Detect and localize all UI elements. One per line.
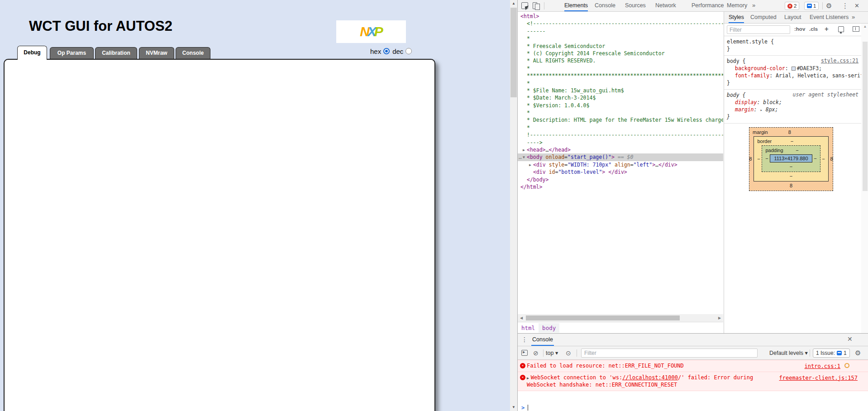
tree-row[interactable]: * (c) Copyright 2014 Freescale Semicondu… xyxy=(518,50,723,57)
tree-row[interactable]: * xyxy=(518,80,723,87)
sidebar-tab-event-listeners[interactable]: Event Listeners xyxy=(810,12,849,23)
issue-hint-icon[interactable] xyxy=(844,363,849,368)
tab-op-params[interactable]: Op Params xyxy=(50,47,94,59)
stylesheet-source-link[interactable]: style.css:21 xyxy=(821,57,858,64)
computed-sidebar-toggle-icon[interactable] xyxy=(853,26,859,32)
devtools-tab-network[interactable]: Network xyxy=(655,0,676,11)
console-settings-gear-icon[interactable]: ⚙ xyxy=(855,348,861,358)
sidebar-tab-layout[interactable]: Layout xyxy=(784,12,801,23)
devtools-tab-memory[interactable]: Memory xyxy=(727,0,747,11)
class-toggle-button[interactable]: .cls xyxy=(809,26,818,32)
tree-row[interactable]: <div id="bottom-level"> </div> xyxy=(518,168,723,176)
tree-row[interactable]: * xyxy=(518,65,723,72)
expand-triangle-icon[interactable]: ▶ xyxy=(527,376,529,380)
breadcrumb-html[interactable]: html xyxy=(518,323,539,333)
tree-row[interactable]: * xyxy=(518,124,723,131)
tree-row[interactable]: ▶<div style="WIDTH: 710px" align="left">… xyxy=(518,161,723,168)
more-options-icon[interactable]: ⋮ xyxy=(842,0,849,11)
box-model-padding[interactable]: padding− − 1113×4179.880 − − xyxy=(762,145,820,172)
tree-row[interactable]: * $Date: March-3-2014$ xyxy=(518,94,723,101)
tree-row[interactable]: <html> xyxy=(518,13,723,20)
h-scrollbar-thumb[interactable] xyxy=(526,315,680,320)
console-drawer-tab[interactable]: Console xyxy=(531,334,554,346)
box-model-diagram[interactable]: margin8 8 border− − padding− − 1113×4179… xyxy=(749,127,833,191)
console-prompt[interactable]: > xyxy=(518,402,868,411)
tab-console[interactable]: Console xyxy=(176,47,210,59)
box-model-content[interactable]: 1113×4179.880 xyxy=(770,154,812,162)
radio-label-hex: hex xyxy=(370,48,381,55)
tree-row[interactable]: * xyxy=(518,109,723,116)
tree-row[interactable]: !---------------------------------------… xyxy=(518,131,723,139)
close-devtools-icon[interactable]: ✕ xyxy=(854,0,859,11)
source-location-link[interactable]: intro.css:1 xyxy=(805,363,840,369)
tree-row[interactable]: ----> xyxy=(518,139,723,146)
scroll-down-icon[interactable]: ▼ xyxy=(510,404,517,411)
settings-gear-icon[interactable]: ⚙ xyxy=(826,0,832,11)
tab-calibration[interactable]: Calibration xyxy=(95,47,137,59)
issues-counter-button[interactable]: 1 Issue:1 xyxy=(813,349,850,358)
scroll-up-icon[interactable]: ▲ xyxy=(510,0,517,7)
page-scrollbar[interactable]: ▲ ▼ xyxy=(510,0,517,411)
execution-context-selector[interactable]: top ▾ xyxy=(546,346,558,360)
box-model-border[interactable]: border− − padding− − 1113×4179.880 − − xyxy=(754,136,828,182)
radio-button-hex[interactable] xyxy=(383,48,390,54)
styles-scrollbar-thumb[interactable] xyxy=(863,42,868,191)
scroll-left-icon[interactable]: ◀ xyxy=(518,314,525,322)
tree-row[interactable]: …▼<body onload="start_page()"> == $0 xyxy=(518,153,723,161)
tree-row[interactable]: * Freescale Semiconductor xyxy=(518,43,723,50)
scroll-up-icon[interactable]: ▲ xyxy=(861,24,868,29)
elements-horizontal-scrollbar[interactable]: ◀ ▶ xyxy=(518,314,723,322)
sidebar-tab-computed[interactable]: Computed xyxy=(750,12,777,23)
breadcrumb-body[interactable]: body xyxy=(539,323,559,333)
styles-scrollbar[interactable]: ▲ xyxy=(861,24,868,333)
page-scrollbar-thumb[interactable] xyxy=(510,8,517,97)
devtools-tab-elements[interactable]: Elements xyxy=(564,0,588,11)
live-expression-eye-icon[interactable]: ⊙ xyxy=(566,348,571,358)
tree-row[interactable]: * ALL RIGHTS RESERVED. xyxy=(518,57,723,64)
device-toolbar-icon[interactable] xyxy=(533,2,537,9)
issue-count-badge[interactable]: 1 xyxy=(804,2,819,10)
tree-row[interactable]: </body> xyxy=(518,176,723,183)
tree-row[interactable]: * Description: HTML page for the FreeMas… xyxy=(518,116,723,124)
tree-row[interactable]: ------ xyxy=(518,28,723,35)
user-agent-style-rule[interactable]: user agent stylesheet body { display: bl… xyxy=(724,90,861,124)
sidebar-tab-styles[interactable]: Styles xyxy=(729,12,744,23)
console-sidebar-toggle-icon[interactable] xyxy=(521,350,528,356)
inspect-element-icon[interactable] xyxy=(521,2,528,9)
tree-row[interactable]: ****************************************… xyxy=(518,72,723,79)
expand-shorthand-icon[interactable]: ▸ xyxy=(760,108,762,112)
disclosure-triangle[interactable]: ▶ xyxy=(527,162,533,168)
rendering-emulation-icon[interactable] xyxy=(838,26,844,32)
drawer-menu-icon[interactable]: ⋮ xyxy=(521,336,528,343)
radio-button-dec[interactable] xyxy=(405,48,412,54)
tree-row[interactable]: * $Version: 1.0.4.0$ xyxy=(518,102,723,109)
more-tabs-icon[interactable]: » xyxy=(752,0,755,11)
close-drawer-icon[interactable]: ✕ xyxy=(847,335,853,343)
element-style-rule[interactable]: element.style { } xyxy=(724,36,861,56)
tree-row[interactable]: * $File Name: 15w_auto_gui.htm$ xyxy=(518,87,723,94)
error-count-badge[interactable]: ✕2 xyxy=(785,2,799,10)
color-swatch[interactable] xyxy=(792,67,796,71)
tree-row[interactable]: * xyxy=(518,35,723,42)
box-model-margin[interactable]: margin8 8 border− − padding− − 1113×4179… xyxy=(749,127,833,191)
devtools-tab-sources[interactable]: Sources xyxy=(625,0,646,11)
console-link[interactable]: //localhost:41000 xyxy=(622,374,678,381)
sidebar-more-tabs-icon[interactable]: » xyxy=(852,12,855,23)
devtools-tab-performance[interactable]: Performance xyxy=(692,0,724,11)
log-levels-selector[interactable]: Default levels ▾ xyxy=(769,346,808,360)
tab-nvmraw[interactable]: NVMraw xyxy=(139,47,174,59)
source-location-link[interactable]: freemaster-client.js:157 xyxy=(779,375,858,381)
tree-row[interactable]: </html> xyxy=(518,183,723,191)
tree-row[interactable]: <!--------------------------------------… xyxy=(518,20,723,27)
tree-row[interactable]: ▶<head>…</head> xyxy=(518,146,723,153)
hover-state-button[interactable]: :hov xyxy=(794,26,805,32)
tab-debug[interactable]: Debug xyxy=(17,46,47,60)
styles-filter-input[interactable] xyxy=(727,25,790,34)
clear-console-icon[interactable]: ⊘ xyxy=(533,348,539,358)
devtools-tab-console[interactable]: Console xyxy=(595,0,615,11)
console-filter-input[interactable] xyxy=(581,349,758,358)
scroll-right-icon[interactable]: ▶ xyxy=(716,314,723,322)
body-style-rule[interactable]: style.css:21 body { background-color: #D… xyxy=(724,56,861,90)
disclosure-triangle[interactable]: ▶ xyxy=(521,147,527,153)
new-style-rule-icon[interactable]: + xyxy=(825,25,829,33)
